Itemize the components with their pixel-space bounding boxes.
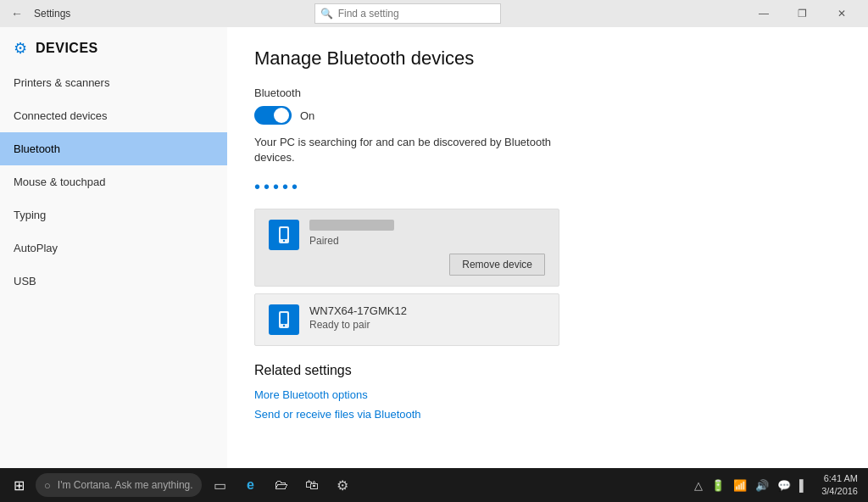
close-button[interactable]: ✕ (822, 0, 861, 27)
device-icon-device2 (269, 304, 299, 335)
task-view-button[interactable]: ▭ (207, 470, 234, 500)
search-input[interactable] (338, 8, 495, 20)
window-controls: — ❐ ✕ (744, 0, 861, 27)
toggle-state-label: On (300, 109, 314, 122)
devices-container: PairedRemove device WN7X64-17GMK12Ready … (254, 209, 841, 346)
sidebar-nav: Printers & scannersConnected devicesBlue… (0, 66, 227, 468)
start-button[interactable]: ⊞ (3, 470, 34, 500)
system-tray: △ 🔋 📶 🔊 💬 ▌ (692, 479, 810, 492)
device-info-device1: PairedRemove device (309, 220, 545, 276)
device-name-device2: WN7X64-17GMK12 (309, 304, 545, 317)
main-content: Manage Bluetooth devices Bluetooth On Yo… (227, 27, 868, 468)
sidebar-item-bluetooth[interactable]: Bluetooth (0, 132, 227, 165)
bluetooth-toggle[interactable] (254, 106, 292, 125)
explorer-button[interactable]: 🗁 (268, 470, 295, 500)
clock-time: 6:41 AM (821, 472, 858, 485)
svg-point-2 (283, 240, 285, 242)
edge-button[interactable]: e (237, 470, 264, 500)
cortana-icon: ○ (44, 479, 51, 492)
searching-text: Your PC is searching for and can be disc… (254, 135, 559, 165)
sidebar-item-usb[interactable]: USB (0, 265, 227, 298)
device-status-device2: Ready to pair (309, 319, 545, 331)
show-desktop-icon[interactable]: ▌ (797, 479, 810, 492)
searching-dots: ••••• (254, 177, 841, 197)
svg-rect-4 (281, 313, 287, 324)
remove-device-button[interactable]: Remove device (449, 254, 545, 276)
sidebar-item-connected[interactable]: Connected devices (0, 99, 227, 132)
sidebar-item-autoplay[interactable]: AutoPlay (0, 231, 227, 265)
related-link-more-bt[interactable]: More Bluetooth options (254, 388, 841, 401)
sidebar-item-typing[interactable]: Typing (0, 198, 227, 231)
device-info-device2: WN7X64-17GMK12Ready to pair (309, 304, 545, 331)
notification-icon[interactable]: 💬 (775, 479, 793, 492)
clock[interactable]: 6:41 AM 3/4/2016 (815, 472, 865, 499)
start-icon: ⊞ (14, 477, 25, 494)
sidebar-header: ⚙ DEVICES (0, 27, 227, 66)
device-icon-device1 (269, 220, 299, 250)
taskbar-app-icons: ▭ e 🗁 🛍 ⚙ (207, 470, 356, 500)
cortana-text: I'm Cortana. Ask me anything. (58, 479, 193, 491)
battery-icon[interactable]: 🔋 (709, 479, 727, 492)
sidebar: ⚙ DEVICES Printers & scannersConnected d… (0, 27, 227, 468)
device-card-device2[interactable]: WN7X64-17GMK12Ready to pair (254, 293, 559, 346)
window-title: Settings (34, 8, 70, 20)
clock-date: 3/4/2016 (821, 485, 858, 498)
network-icon[interactable]: 📶 (731, 479, 749, 492)
svg-rect-1 (281, 228, 287, 239)
minimize-button[interactable]: — (744, 0, 783, 27)
device-name-device1 (309, 220, 545, 233)
devices-icon: ⚙ (14, 39, 27, 58)
settings-search[interactable]: 🔍 (314, 3, 501, 24)
page-title: Manage Bluetooth devices (254, 47, 841, 70)
back-button[interactable]: ← (7, 3, 27, 24)
bluetooth-label: Bluetooth (254, 86, 841, 99)
title-bar: ← Settings 🔍 — ❐ ✕ (0, 0, 868, 27)
sidebar-item-printers[interactable]: Printers & scanners (0, 66, 227, 99)
remove-btn-row: Remove device (309, 254, 545, 276)
sidebar-item-mouse[interactable]: Mouse & touchpad (0, 165, 227, 198)
related-links: More Bluetooth optionsSend or receive fi… (254, 388, 841, 421)
device-card-device1[interactable]: PairedRemove device (254, 209, 559, 287)
store-button[interactable]: 🛍 (298, 470, 326, 500)
settings-button[interactable]: ⚙ (329, 470, 356, 500)
taskbar: ⊞ ○ I'm Cortana. Ask me anything. ▭ e 🗁 … (0, 468, 868, 502)
search-icon: 🔍 (320, 8, 333, 20)
svg-point-5 (283, 325, 285, 326)
sidebar-title: DEVICES (36, 41, 98, 56)
related-settings-title: Related settings (254, 363, 841, 378)
taskbar-right: △ 🔋 📶 🔊 💬 ▌ 6:41 AM 3/4/2016 (692, 472, 865, 499)
bluetooth-toggle-row: On (254, 106, 841, 125)
tray-arrow-icon[interactable]: △ (692, 479, 705, 492)
cortana-search[interactable]: ○ I'm Cortana. Ask me anything. (36, 473, 202, 497)
app-area: ⚙ DEVICES Printers & scannersConnected d… (0, 27, 868, 468)
related-link-send-files[interactable]: Send or receive files via Bluetooth (254, 408, 841, 421)
volume-icon[interactable]: 🔊 (753, 479, 771, 492)
device-status-device1: Paired (309, 235, 545, 247)
maximize-button[interactable]: ❐ (783, 0, 822, 27)
